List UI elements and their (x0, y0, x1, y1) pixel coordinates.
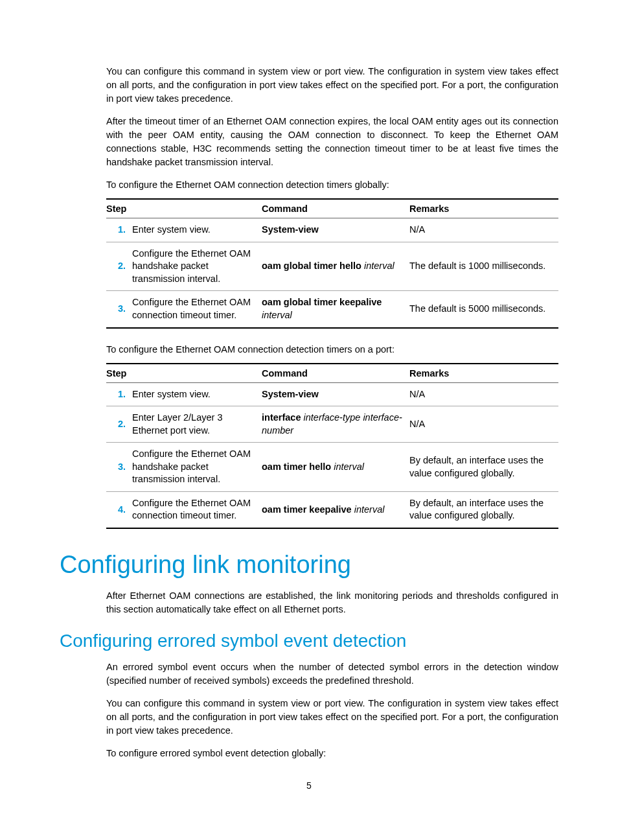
content-block-3: An errored symbol event occurs when the … (106, 660, 558, 760)
cmd-bold: oam global timer keepalive (262, 297, 382, 307)
cmd-ital: interval (262, 310, 292, 320)
th-remarks: Remarks (409, 199, 558, 218)
step-remarks: N/A (409, 406, 558, 443)
step-command: oam timer hello interval (262, 443, 409, 492)
table-row: 4. Configure the Ethernet OAM connection… (106, 491, 558, 528)
th-remarks: Remarks (409, 364, 558, 383)
lead-text: To configure errored symbol event detect… (106, 747, 558, 760)
paragraph: An errored symbol event occurs when the … (106, 660, 558, 688)
th-command: Command (262, 364, 409, 383)
table-row: 2. Configure the Ethernet OAM handshake … (106, 242, 558, 291)
step-command: interface interface-type interface-numbe… (262, 406, 409, 443)
paragraph: You can configure this command in system… (106, 65, 558, 106)
step-remarks: By default, an interface uses the value … (409, 491, 558, 528)
step-number: 2. (106, 406, 132, 443)
step-remarks: By default, an interface uses the value … (409, 443, 558, 492)
step-desc: Enter Layer 2/Layer 3 Ethernet port view… (132, 406, 262, 443)
th-step: Step (106, 199, 262, 218)
step-desc: Configure the Ethernet OAM connection ti… (132, 491, 262, 528)
lead-text: To configure the Ethernet OAM connection… (106, 343, 558, 356)
steps-table-port: Step Command Remarks 1. Enter system vie… (106, 363, 558, 530)
page-number: 5 (0, 780, 618, 791)
step-remarks: The default is 1000 milliseconds. (409, 242, 558, 291)
table-row: 1. Enter system view. System-view N/A (106, 382, 558, 406)
paragraph: After Ethernet OAM connections are estab… (106, 589, 558, 616)
step-number: 3. (106, 443, 132, 492)
table-row: 1. Enter system view. System-view N/A (106, 218, 558, 242)
heading-2: Configuring errored symbol event detecti… (60, 631, 558, 651)
step-remarks: The default is 5000 milliseconds. (409, 291, 558, 328)
cmd-bold: System-view (262, 224, 319, 235)
step-number: 2. (106, 242, 132, 291)
step-number: 4. (106, 491, 132, 528)
step-desc: Configure the Ethernet OAM handshake pac… (132, 242, 262, 291)
cmd-bold: System-view (262, 389, 319, 399)
page: You can configure this command in system… (0, 0, 618, 840)
step-command: System-view (262, 382, 409, 406)
step-number: 3. (106, 291, 132, 328)
th-command: Command (262, 199, 409, 218)
step-command: oam global timer keepalive interval (262, 291, 409, 328)
paragraph: You can configure this command in system… (106, 697, 558, 738)
table-row: 3. Configure the Ethernet OAM handshake … (106, 443, 558, 492)
lead-text: To configure the Ethernet OAM connection… (106, 178, 558, 192)
table-row: 2. Enter Layer 2/Layer 3 Ethernet port v… (106, 406, 558, 443)
paragraph: After the timeout timer of an Ethernet O… (106, 115, 558, 169)
cmd-ital: interval (361, 261, 395, 271)
th-step: Step (106, 364, 262, 383)
cmd-ital: interval (331, 461, 364, 472)
step-number: 1. (106, 382, 132, 406)
content-block-1: You can configure this command in system… (106, 65, 558, 529)
cmd-ital: interval (352, 504, 385, 515)
cmd-bold: oam timer hello (262, 461, 331, 472)
table-row: 3. Configure the Ethernet OAM connection… (106, 291, 558, 328)
step-desc: Enter system view. (132, 218, 262, 242)
cmd-bold: oam global timer hello (262, 261, 361, 271)
step-remarks: N/A (409, 218, 558, 242)
step-number: 1. (106, 218, 132, 242)
cmd-bold: interface (262, 412, 301, 423)
step-desc: Configure the Ethernet OAM connection ti… (132, 291, 262, 328)
heading-1: Configuring link monitoring (60, 551, 558, 579)
cmd-bold: oam timer keepalive (262, 504, 352, 515)
content-block-2: After Ethernet OAM connections are estab… (106, 589, 558, 616)
step-command: System-view (262, 218, 409, 242)
step-command: oam global timer hello interval (262, 242, 409, 291)
step-remarks: N/A (409, 382, 558, 406)
step-desc: Enter system view. (132, 382, 262, 406)
step-desc: Configure the Ethernet OAM handshake pac… (132, 443, 262, 492)
step-command: oam timer keepalive interval (262, 491, 409, 528)
steps-table-global: Step Command Remarks 1. Enter system vie… (106, 198, 558, 328)
